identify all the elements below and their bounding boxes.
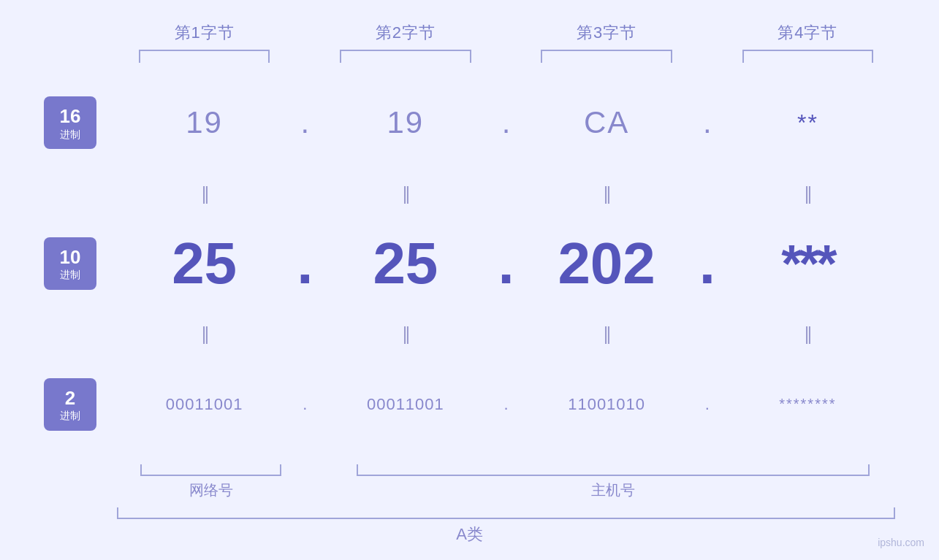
bin-val-4: ******** xyxy=(721,396,895,413)
bin-dot-3: . xyxy=(694,395,721,414)
hex-dot-3: . xyxy=(694,105,721,140)
byte-label-4: 第4字节 xyxy=(778,22,837,44)
byte-col-2: 第2字节 xyxy=(318,22,493,63)
dec-dot-2: . xyxy=(493,230,520,297)
byte-col-4: 第4字节 xyxy=(721,22,895,63)
badge-hex: 16 进制 xyxy=(44,96,96,149)
byte-label-2: 第2字节 xyxy=(376,22,436,44)
bracket-bottom-net xyxy=(140,464,281,476)
net-label: 网络号 xyxy=(189,480,233,500)
hex-val-3: CA xyxy=(520,105,694,140)
class-label: A类 xyxy=(44,523,895,545)
hex-val-2: 19 xyxy=(318,105,493,140)
bracket-bottom-class xyxy=(117,507,895,519)
bracket-bottom-host xyxy=(357,464,870,476)
badge-bin: 2 进制 xyxy=(44,378,96,431)
dec-val-4: *** xyxy=(721,234,895,294)
byte-col-1: 第1字节 xyxy=(117,22,292,63)
bin-val-3: 11001010 xyxy=(520,395,694,414)
hex-val-4: ** xyxy=(721,110,895,137)
byte-label-1: 第1字节 xyxy=(175,22,235,44)
hex-dot-2: . xyxy=(493,105,520,140)
dec-val-1: 25 xyxy=(117,230,292,297)
badge-dec: 10 进制 xyxy=(44,237,96,290)
byte-label-3: 第3字节 xyxy=(577,22,636,44)
hex-val-1: 19 xyxy=(117,105,292,140)
bracket-top-3 xyxy=(541,50,672,63)
dec-dot-1: . xyxy=(292,230,318,297)
bin-dot-2: . xyxy=(493,395,520,414)
equals-row-2: ‖ ‖ ‖ ‖ xyxy=(44,321,895,347)
bracket-top-1 xyxy=(139,50,270,63)
dec-val-3: 202 xyxy=(520,230,694,297)
bin-val-2: 00011001 xyxy=(318,395,493,414)
bin-dot-1: . xyxy=(292,395,318,414)
watermark: ipshu.com xyxy=(878,537,924,548)
host-label: 主机号 xyxy=(591,480,635,500)
main-container: 第1字节 第2字节 第3字节 第4字节 xyxy=(0,0,939,560)
bin-val-1: 00011001 xyxy=(117,395,292,414)
bracket-top-2 xyxy=(340,50,471,63)
bracket-top-4 xyxy=(742,50,873,63)
dec-dot-3: . xyxy=(694,230,721,297)
byte-col-3: 第3字节 xyxy=(520,22,694,63)
equals-row-1: ‖ ‖ ‖ ‖ xyxy=(44,180,895,207)
dec-val-2: 25 xyxy=(318,230,493,297)
hex-dot-1: . xyxy=(292,105,318,140)
